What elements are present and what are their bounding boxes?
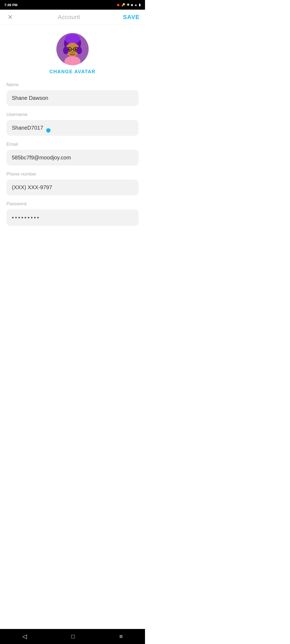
change-avatar-button[interactable]: CHANGE AVATAR — [49, 69, 96, 75]
avatar-section: CHANGE AVATAR — [6, 33, 139, 75]
text-cursor-indicator — [46, 128, 50, 133]
email-label: Email — [6, 142, 139, 147]
time-display: 7:49 PM — [4, 3, 17, 7]
username-label: Username — [6, 112, 139, 117]
svg-point-15 — [77, 47, 82, 54]
email-form-group: Email — [6, 142, 139, 166]
status-bar: 7:49 PM ⏺ 🔑 ✻ ◆ ▲ ▮ — [0, 0, 145, 10]
phone-input[interactable] — [6, 180, 139, 195]
close-icon: ✕ — [8, 13, 13, 21]
battery-icon: ▮ — [139, 3, 141, 7]
page-title: Account — [58, 14, 80, 21]
name-form-group: Name — [6, 82, 139, 106]
username-input[interactable] — [6, 120, 139, 136]
bluetooth-icon: ✻ — [127, 3, 129, 7]
name-input[interactable] — [6, 90, 139, 106]
phone-label: Phone number — [6, 171, 139, 177]
password-label: Password — [6, 201, 139, 207]
username-field-wrapper — [6, 120, 139, 136]
avatar[interactable] — [56, 33, 89, 65]
status-bar-right: ⏺ 🔑 ✻ ◆ ▲ ▮ — [117, 3, 141, 7]
username-form-group: Username — [6, 112, 139, 136]
signal-icon: ◆ — [131, 3, 133, 7]
avatar-svg — [56, 33, 89, 65]
save-button[interactable]: SAVE — [123, 14, 140, 21]
svg-point-13 — [71, 52, 74, 53]
password-form-group: Password — [6, 201, 139, 226]
app-bar: ✕ Account SAVE — [0, 10, 145, 25]
password-input[interactable] — [6, 209, 139, 226]
phone-form-group: Phone number — [6, 171, 139, 195]
key-icon: 🔑 — [121, 3, 125, 7]
svg-point-2 — [65, 34, 80, 44]
wifi-icon: ▲ — [134, 3, 137, 7]
email-input[interactable] — [6, 150, 139, 166]
svg-point-10 — [69, 49, 70, 49]
name-label: Name — [6, 82, 139, 87]
close-button[interactable]: ✕ — [5, 12, 15, 22]
status-bar-left: 7:49 PM — [4, 3, 17, 7]
svg-point-14 — [63, 47, 68, 54]
main-content: CHANGE AVATAR Name Username Email Phone … — [0, 25, 145, 253]
recording-icon: ⏺ — [117, 3, 120, 7]
scroll-spacer — [6, 232, 139, 248]
